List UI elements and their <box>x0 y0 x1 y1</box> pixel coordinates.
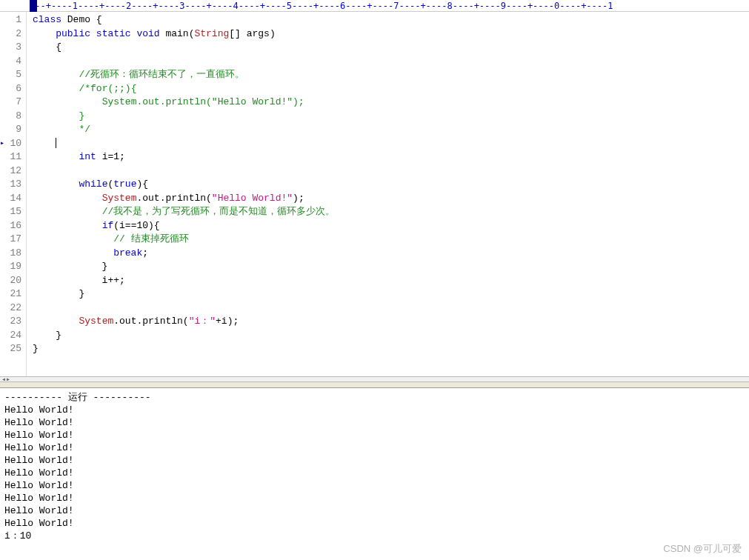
line-number-gutter: 1234567891011121314151617181920212223242… <box>0 12 27 376</box>
line-number: 17 <box>1 233 21 247</box>
text-cursor <box>56 138 56 148</box>
console-line: Hello World! <box>4 492 745 504</box>
code-line[interactable]: } <box>33 287 749 301</box>
column-ruler: ---+----1----+----2----+----3----+----4-… <box>0 0 749 12</box>
code-line[interactable]: */ <box>33 123 749 137</box>
line-number: 18 <box>1 247 21 261</box>
pane-splitter[interactable]: ◂▸ <box>0 376 749 382</box>
line-number: 3 <box>1 41 21 55</box>
ruler-scale: ---+----1----+----2----+----3----+----4-… <box>30 1 613 11</box>
console-line: Hello World! <box>4 441 745 454</box>
code-line[interactable]: // 结束掉死循环 <box>33 233 749 247</box>
line-number: 5 <box>1 68 21 82</box>
code-line[interactable]: /*for(;;){ <box>33 82 749 96</box>
code-line[interactable] <box>33 164 749 179</box>
code-line[interactable]: int i=1; <box>33 150 749 164</box>
console-line: Hello World! <box>4 479 745 492</box>
code-line[interactable]: public static void main(String[] args) <box>33 27 749 41</box>
line-number: 21 <box>1 287 21 301</box>
console-line: i：10 <box>4 530 745 542</box>
code-line[interactable]: if(i==10){ <box>33 219 749 233</box>
console-line: Hello World! <box>4 416 745 429</box>
fold-arrows-icon: ◂▸ <box>0 375 10 384</box>
code-line[interactable]: } <box>33 329 749 343</box>
code-line[interactable]: //我不是，为了写死循环，而是不知道，循环多少次。 <box>33 205 749 219</box>
line-number: 25 <box>1 342 21 356</box>
line-number: 23 <box>1 315 21 329</box>
console-line: Hello World! <box>4 517 745 530</box>
code-line[interactable]: } <box>33 342 749 356</box>
line-number: 1 <box>1 13 21 27</box>
console-line: Hello World! <box>4 404 745 416</box>
ruler-caret-marker <box>30 0 37 12</box>
line-number: 12 <box>1 164 21 179</box>
line-number: 11 <box>1 150 21 164</box>
code-line[interactable]: while(true){ <box>33 178 749 192</box>
line-number: 10 <box>1 137 21 151</box>
line-number: 4 <box>1 55 21 69</box>
console-line: Hello World! <box>4 504 745 517</box>
line-number: 6 <box>1 82 21 96</box>
console-header: ---------- 运行 ---------- <box>4 391 745 404</box>
code-line[interactable]: System.out.println("Hello World!"); <box>33 192 749 206</box>
line-number: 15 <box>1 205 21 219</box>
code-editor[interactable]: 1234567891011121314151617181920212223242… <box>0 12 749 376</box>
code-line[interactable]: //死循环：循环结束不了，一直循环。 <box>33 68 749 82</box>
code-line[interactable] <box>33 137 749 151</box>
line-number: 13 <box>1 178 21 192</box>
output-tab-strip[interactable] <box>0 382 749 388</box>
console-line: Hello World! <box>4 454 745 467</box>
code-line[interactable]: } <box>33 110 749 124</box>
line-number: 19 <box>1 260 21 274</box>
line-number: 16 <box>1 219 21 233</box>
line-number: 22 <box>1 301 21 316</box>
console-line: Hello World! <box>4 429 745 441</box>
output-console[interactable]: ---------- 运行 ---------- Hello World!Hel… <box>0 388 749 554</box>
line-number: 8 <box>1 110 21 124</box>
code-line[interactable]: { <box>33 41 749 55</box>
code-area[interactable]: class Demo { public static void main(Str… <box>27 12 749 376</box>
code-line[interactable]: class Demo { <box>33 13 749 27</box>
watermark: CSDN @可儿可爱 <box>663 542 742 556</box>
line-number: 7 <box>1 96 21 110</box>
line-number: 20 <box>1 274 21 288</box>
code-line[interactable] <box>33 301 749 316</box>
console-line: Hello World! <box>4 467 745 479</box>
line-number: 14 <box>1 192 21 206</box>
line-number: 2 <box>1 27 21 41</box>
code-line[interactable]: System.out.println("i："+i); <box>33 315 749 329</box>
code-line[interactable]: } <box>33 260 749 274</box>
code-line[interactable]: break; <box>33 247 749 261</box>
code-line[interactable] <box>33 55 749 69</box>
code-line[interactable]: i++; <box>33 274 749 288</box>
line-number: 24 <box>1 329 21 343</box>
line-number: 9 <box>1 123 21 137</box>
code-line[interactable]: System.out.println("Hello World!"); <box>33 96 749 110</box>
